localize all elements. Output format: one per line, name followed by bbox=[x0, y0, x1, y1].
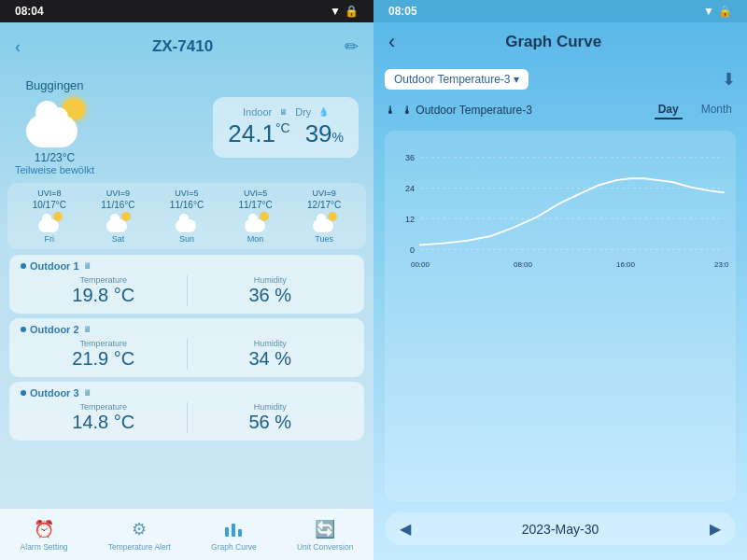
sensor-dot-3 bbox=[21, 390, 26, 396]
dropdown-label: Outdoor Temperature-3 ▾ bbox=[394, 73, 519, 86]
temp-val-1: 19.8 °C bbox=[72, 285, 134, 306]
sensors-section: Outdoor 1 🖥 Temperature 19.8 °C Humidity… bbox=[0, 249, 374, 508]
weather-desc: Teilweise bewölkt bbox=[15, 164, 94, 175]
sensor-hum-col-2: Humidity 34 % bbox=[188, 339, 354, 370]
sensor-card-3: Outdoor 3 🖥 Temperature 14.8 °C Humidity… bbox=[9, 382, 364, 441]
forecast-tues: UVI=9 12/17°C Tues bbox=[307, 189, 341, 244]
temp-alert-label: Temperature Alert bbox=[108, 542, 171, 552]
signal-icon: ▼ bbox=[330, 5, 341, 18]
sensor-name-3: Outdoor 3 bbox=[30, 387, 79, 399]
sensor-header-1: Outdoor 1 🖥 bbox=[21, 260, 353, 272]
sensor-name-1: Outdoor 1 bbox=[30, 260, 79, 272]
prev-date-button[interactable]: ◀ bbox=[400, 520, 411, 538]
indoor-label: Indoor bbox=[243, 106, 272, 118]
sensor-name-2: Outdoor 2 bbox=[30, 324, 79, 335]
forecast-icon-1 bbox=[105, 212, 131, 232]
indoor-temp: 24.1°C bbox=[228, 119, 289, 148]
nav-alarm[interactable]: ⏰ Alarm Setting bbox=[21, 518, 68, 552]
forecast-fri: UVI=8 10/17°C Fri bbox=[33, 189, 66, 244]
right-screen: ‹ Graph Curve Outdoor Temperature-3 ▾ ⬇ … bbox=[374, 22, 747, 560]
nav-temp-alert[interactable]: ⚙ Temperature Alert bbox=[108, 518, 171, 552]
lock-icon: 🔒 bbox=[345, 5, 359, 18]
forecast-day-3: Mon bbox=[247, 234, 264, 244]
forecast-day-0: Fri bbox=[45, 234, 55, 244]
month-tab[interactable]: Month bbox=[698, 101, 736, 119]
forecast-icon-3 bbox=[243, 212, 269, 232]
forecast-temp-4: 12/17°C bbox=[307, 200, 341, 210]
hum-val-3: 56 % bbox=[248, 412, 291, 433]
sensor-row-3: Temperature 14.8 °C Humidity 56 % bbox=[21, 402, 353, 433]
forecast-uvi-4: UVI=9 bbox=[313, 189, 336, 198]
sensor-card-1: Outdoor 1 🖥 Temperature 19.8 °C Humidity… bbox=[9, 255, 364, 314]
weather-left: Buggingen 11/23°C Teilweise bewölkt bbox=[15, 78, 94, 175]
download-button[interactable]: ⬇ bbox=[722, 69, 736, 90]
temp-label-3: Temperature bbox=[79, 402, 127, 412]
graph-content: Outdoor Temperature-3 ▾ ⬇ 🌡 🌡 Outdoor Te… bbox=[374, 62, 747, 560]
svg-text:0: 0 bbox=[410, 245, 415, 255]
forecast-icon-4 bbox=[311, 212, 337, 232]
back-button[interactable]: ‹ bbox=[15, 37, 21, 57]
dry-label: Dry bbox=[295, 106, 311, 118]
left-title: ZX-7410 bbox=[137, 30, 228, 63]
date-nav: ◀ 2023-May-30 ▶ bbox=[385, 512, 736, 545]
hum-val-1: 36 % bbox=[248, 285, 291, 306]
city-name: Buggingen bbox=[25, 78, 83, 92]
forecast-uvi-1: UVI=9 bbox=[106, 189, 130, 198]
alarm-icon: ⏰ bbox=[33, 518, 55, 540]
forecast-day-2: Sun bbox=[179, 234, 194, 244]
unit-label: Unit Conversion bbox=[297, 542, 353, 552]
svg-text:23:00: 23:00 bbox=[714, 260, 728, 269]
svg-text:00:00: 00:00 bbox=[411, 260, 430, 269]
edit-button[interactable]: ✏ bbox=[345, 36, 359, 57]
left-phone: 08:04 ▼ 🔒 ‹ ZX-7410 ✏ Buggingen bbox=[0, 0, 374, 560]
left-nav-bar: ‹ ZX-7410 ✏ bbox=[0, 22, 374, 71]
forecast-uvi-0: UVI=8 bbox=[37, 189, 61, 198]
forecast-icon-2 bbox=[174, 212, 200, 232]
graph-back-button[interactable]: ‹ bbox=[388, 30, 395, 54]
right-status-icons: ▼ 🔒 bbox=[703, 5, 732, 18]
forecast-mon: UVI=5 11/17°C Mon bbox=[238, 189, 272, 244]
graph-label: Graph Curve bbox=[211, 542, 257, 552]
temp-label-2: Temperature bbox=[79, 339, 127, 348]
graph-nav: ‹ Graph Curve bbox=[374, 22, 747, 62]
weather-section: Buggingen 11/23°C Teilweise bewölkt Indo… bbox=[0, 71, 374, 183]
graph-title: Graph Curve bbox=[395, 33, 712, 51]
forecast-temp-3: 11/17°C bbox=[238, 200, 272, 210]
forecast-section: UVI=8 10/17°C Fri UVI=9 11/16°C Sat bbox=[7, 183, 366, 249]
humidity-val: 39% bbox=[305, 119, 344, 148]
sensor-dropdown[interactable]: Outdoor Temperature-3 ▾ bbox=[385, 69, 529, 90]
sensor-hum-col-3: Humidity 56 % bbox=[188, 402, 354, 433]
cloud-icon bbox=[26, 115, 78, 147]
temp-val-3: 14.8 °C bbox=[72, 412, 134, 433]
sensor-dot-2 bbox=[21, 327, 26, 332]
graph-sensor-label: 🌡 🌡 Outdoor Temperature-3 bbox=[385, 104, 532, 117]
forecast-day-1: Sat bbox=[112, 234, 125, 244]
hum-label-1: Humidity bbox=[254, 275, 287, 285]
svg-text:36: 36 bbox=[405, 154, 415, 163]
svg-text:16:00: 16:00 bbox=[616, 260, 635, 269]
graph-icon bbox=[222, 518, 245, 540]
sensor-temp-col-2: Temperature 21.9 °C bbox=[21, 339, 188, 370]
forecast-icon-0 bbox=[36, 212, 63, 232]
hum-label-2: Humidity bbox=[254, 339, 287, 348]
sensor-label-row: 🌡 🌡 Outdoor Temperature-3 Day Month bbox=[385, 97, 736, 123]
dropdown-row: Outdoor Temperature-3 ▾ ⬇ bbox=[385, 69, 736, 90]
current-date: 2023-May-30 bbox=[522, 522, 599, 537]
day-tab[interactable]: Day bbox=[655, 101, 683, 119]
sensor-row-2: Temperature 21.9 °C Humidity 34 % bbox=[21, 339, 353, 370]
bottom-nav: ⏰ Alarm Setting ⚙ Temperature Alert Grap… bbox=[0, 508, 374, 560]
right-phone: 08:05 ▼ 🔒 ‹ Graph Curve Outdoor Temperat… bbox=[374, 0, 747, 560]
indoor-labels: Indoor 🖥 Dry 💧 bbox=[243, 106, 329, 118]
forecast-uvi-2: UVI=5 bbox=[175, 189, 198, 198]
svg-rect-0 bbox=[225, 527, 229, 537]
left-status-bar: 08:04 ▼ 🔒 bbox=[0, 0, 374, 22]
nav-graph[interactable]: Graph Curve bbox=[211, 518, 257, 552]
hum-label-3: Humidity bbox=[254, 402, 287, 412]
next-date-button[interactable]: ▶ bbox=[710, 520, 721, 538]
sensor-temp-col-3: Temperature 14.8 °C bbox=[21, 402, 188, 433]
thermometer-icon: 🌡 bbox=[385, 104, 396, 117]
forecast-temp-2: 11/16°C bbox=[170, 200, 204, 210]
forecast-day-4: Tues bbox=[315, 234, 333, 244]
nav-unit[interactable]: 🔄 Unit Conversion bbox=[297, 518, 353, 552]
temp-label-1: Temperature bbox=[79, 275, 127, 285]
